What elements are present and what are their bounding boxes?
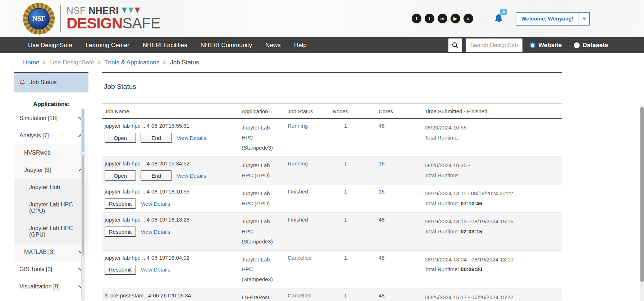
sidebar-item-job-status[interactable]: Job Status: [14, 73, 88, 92]
job-name: jupyter-lab-hpc-...4-08-20T15:55:31: [102, 123, 242, 129]
runtime-value: 07:10:46: [461, 200, 482, 206]
brand-design: DESIGN: [67, 15, 122, 32]
analysis-panel: HVSRweb Jupyter [3] Jupyter Hub Jupyter …: [14, 144, 88, 261]
applications-heading: Applications:: [14, 101, 88, 108]
end-button[interactable]: End: [141, 133, 172, 143]
resubmit-button[interactable]: Resubmit: [105, 199, 136, 209]
table-row: jupyter-lab-hpc-...4-08-19T18:13:28Resub…: [102, 213, 562, 250]
view-details-link[interactable]: View Details: [141, 266, 170, 273]
sidebar-item-label: Jupyter Lab HPC (CPU): [29, 201, 83, 214]
table-body: jupyter-lab-hpc-...4-08-20T15:55:31OpenE…: [102, 119, 562, 301]
search-button[interactable]: [448, 38, 462, 52]
user-menu-caret-button[interactable]: [579, 13, 589, 25]
time-cell: 06/26/2024 15:17 - 06/26/2024 15:22Total…: [425, 292, 562, 301]
sidebar-item-jupyter-lab-hpc-gpu[interactable]: Jupyter Lab HPC (GPU): [14, 220, 88, 243]
sidebar-item-label: Jupyter Lab HPC (GPU): [29, 225, 83, 238]
nav-item[interactable]: Use DesignSafe: [28, 42, 72, 49]
radio-selected-icon[interactable]: [530, 42, 535, 48]
resubmit-button[interactable]: Resubmit: [105, 227, 136, 237]
job-status-cell: Finished: [288, 188, 333, 195]
sidebar-item-label: GIS Tools [3]: [19, 266, 52, 273]
sidebar-item-label: Analysis [7]: [19, 132, 49, 139]
column-header: Cores: [379, 108, 425, 114]
sidebar-item-jupyter-hub[interactable]: Jupyter Hub: [14, 179, 88, 196]
sidebar-item-analysis[interactable]: Analysis [7]: [14, 127, 88, 144]
linkedin-icon[interactable]: in: [438, 14, 447, 23]
job-status-cell: Finished: [288, 216, 333, 223]
sidebar-item-label: HVSRweb: [24, 150, 51, 156]
sidebar-scrollbar-thumb-lower: [82, 155, 84, 256]
view-details-link[interactable]: View Details: [141, 201, 170, 207]
brand-text: NSF NHERI DESIGNSAFE: [67, 5, 160, 32]
sidebar-scrollbar-thumb[interactable]: [82, 109, 84, 152]
sidebar-item-visualization[interactable]: Visualization [9]: [14, 278, 88, 295]
job-name-cell: ls-pre-post-stam...4-06-26T20:16:34Resub…: [102, 292, 242, 301]
scope-website[interactable]: Website: [530, 42, 562, 49]
sidebar-item-simulation[interactable]: Simulation [18]: [14, 110, 88, 127]
view-details-link[interactable]: View Details: [141, 229, 170, 235]
breadcrumb-home[interactable]: Home: [23, 59, 39, 66]
view-details-link[interactable]: View Details: [177, 135, 206, 141]
total-runtime: Total Runtime:: [425, 133, 562, 143]
sidebar-item-label: Job Status: [29, 79, 57, 86]
time-submitted-finished: 08/19/2024 13:11 - 08/19/2024 20:22: [425, 188, 562, 199]
job-status-panel: Job Status Job NameApplicationJob Status…: [102, 72, 562, 301]
runtime-label: Total Runtime:: [425, 134, 459, 141]
facebook-icon[interactable]: f: [412, 14, 421, 23]
nav-item[interactable]: Learning Center: [86, 42, 129, 49]
application-cell: Jupyter Lab HPC (Stampede3): [242, 216, 288, 246]
nodes-cell: 1: [333, 188, 379, 195]
job-actions: ResubmitView Details: [102, 265, 242, 275]
open-button[interactable]: Open: [105, 133, 136, 143]
table-row: jupyter-lab-hpc-...4-08-20T15:55:31OpenE…: [102, 119, 562, 156]
sidebar-item-hvsrweb[interactable]: HVSRweb: [14, 144, 88, 161]
scope-datasets[interactable]: Datasets: [574, 42, 608, 49]
breadcrumb-separator: >: [98, 59, 101, 66]
breadcrumb-job-status: Job Status: [170, 59, 199, 66]
table-row: jupyter-lab-hpc-...4-08-20T15:34:52OpenE…: [102, 156, 562, 184]
sidebar-item-jupyter-lab-hpc-cpu[interactable]: Jupyter Lab HPC (CPU): [14, 196, 88, 220]
sidebar-item-matlab[interactable]: MATLAB [3]: [14, 243, 88, 261]
alert-bell-icon: [19, 79, 26, 86]
resubmit-button[interactable]: Resubmit: [105, 265, 136, 275]
radio-icon[interactable]: [574, 42, 580, 48]
page-scrollbar-thumb[interactable]: [640, 107, 644, 282]
view-details-link[interactable]: View Details: [177, 173, 206, 179]
nav-item[interactable]: News: [265, 42, 281, 49]
slack-icon[interactable]: #: [463, 14, 473, 23]
page-scrollbar[interactable]: [640, 105, 644, 301]
end-button[interactable]: End: [141, 170, 172, 181]
nav-item[interactable]: NHERI Facilities: [143, 42, 187, 49]
time-cell: 08/20/2024 10:35 -Total Runtime:: [425, 160, 562, 181]
job-status-cell: Cancelled: [288, 292, 333, 298]
notification-bell-icon[interactable]: 4: [493, 13, 504, 25]
nav-item[interactable]: Help: [294, 42, 307, 49]
cores-cell: 16: [379, 160, 425, 167]
time-submitted-finished: 08/20/2024 10:55 -: [425, 123, 562, 133]
sidebar-scrollbar[interactable]: [81, 108, 85, 301]
cores-cell: 48: [379, 123, 425, 129]
total-runtime: Total Runtime: 00:06:20: [425, 264, 562, 274]
search-input[interactable]: [466, 38, 522, 52]
column-header: Nodes: [333, 108, 379, 114]
application-cell: Jupyter Lab HPC (GPU): [242, 160, 288, 181]
youtube-icon[interactable]: ▶: [451, 14, 460, 23]
time-cell: 08/20/2024 10:55 -Total Runtime:: [425, 123, 562, 143]
designsafe-logo[interactable]: NSF NSF NHERI DESIGNSAFE: [23, 3, 160, 35]
open-button[interactable]: Open: [105, 170, 136, 181]
site-header: NSF NSF NHERI DESIGNSAFE ftin▶#: [0, 0, 644, 37]
breadcrumb-tools-applications[interactable]: Tools & Applications: [105, 59, 159, 66]
welcome-label: Welcome, Wenyang!: [516, 13, 579, 25]
job-status-cell: Running: [288, 160, 333, 167]
nodes-cell: 1: [333, 160, 379, 167]
total-runtime: Total Runtime:: [425, 170, 562, 181]
breadcrumb-separator: >: [43, 59, 46, 66]
sidebar-item-jupyter[interactable]: Jupyter [3]: [14, 161, 88, 179]
table-row: jupyter-lab-hpc-...4-08-19T18:04:02Resub…: [102, 251, 562, 288]
twitter-icon[interactable]: t: [425, 14, 434, 23]
sidebar-item-label: Simulation [18]: [19, 115, 58, 122]
user-menu-button[interactable]: Welcome, Wenyang!: [516, 12, 590, 26]
sidebar-item-gis-tools[interactable]: GIS Tools [3]: [14, 261, 88, 278]
nav-item[interactable]: NHERI Community: [201, 42, 252, 49]
cores-cell: 48: [379, 216, 425, 223]
